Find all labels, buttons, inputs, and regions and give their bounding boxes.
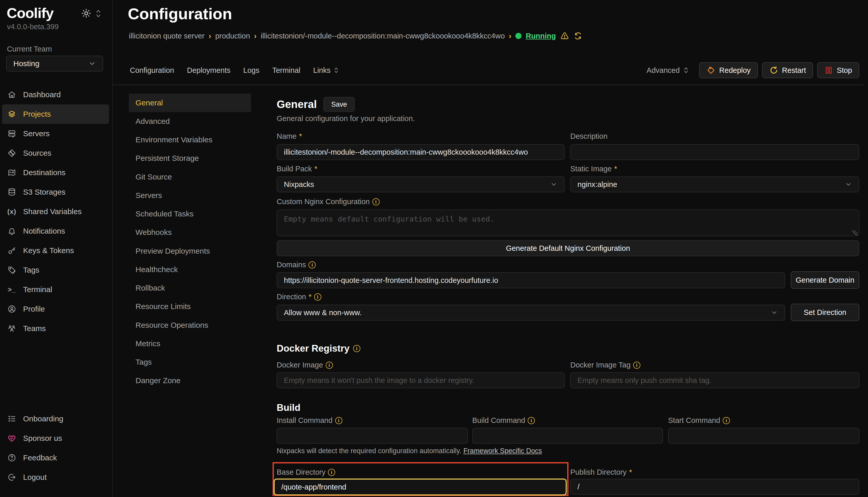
subnav-preview-deployments[interactable]: Preview Deployments bbox=[129, 242, 251, 260]
tab-deployments[interactable]: Deployments bbox=[187, 66, 231, 75]
database-icon bbox=[7, 187, 16, 197]
select-value: Allow www & non-www. bbox=[284, 309, 771, 317]
sidebar-item-onboarding[interactable]: Onboarding bbox=[2, 409, 109, 428]
base-directory-input[interactable] bbox=[274, 479, 567, 495]
warning-icon[interactable] bbox=[560, 31, 569, 41]
publish-directory-input[interactable] bbox=[570, 479, 859, 495]
note-text: Nixpacks will detect the required config… bbox=[277, 447, 461, 455]
breadcrumb-environment[interactable]: production bbox=[215, 32, 250, 40]
sidebar-item-keys-tokens[interactable]: Keys & Tokens bbox=[2, 241, 109, 260]
users-group-icon bbox=[7, 324, 16, 333]
label-text: Build Command bbox=[472, 416, 525, 425]
subnav-advanced[interactable]: Advanced bbox=[129, 112, 251, 130]
subnav-metrics[interactable]: Metrics bbox=[129, 335, 251, 353]
label-text: Static Image bbox=[570, 165, 611, 173]
set-direction-button[interactable]: Set Direction bbox=[791, 304, 859, 321]
breadcrumb-separator: › bbox=[509, 32, 511, 40]
sidebar-item-projects[interactable]: Projects bbox=[2, 104, 109, 124]
sidebar-item-dashboard[interactable]: Dashboard bbox=[2, 85, 109, 104]
tab-links[interactable]: Links bbox=[313, 66, 339, 75]
description-input[interactable] bbox=[570, 144, 859, 160]
app-version: v4.0.0-beta.399 bbox=[7, 23, 59, 31]
coolify-app: Coolify v4.0.0-beta.399 Current Team bbox=[0, 0, 868, 497]
restart-button[interactable]: Restart bbox=[762, 62, 813, 78]
sidebar-item-sources[interactable]: Sources bbox=[2, 143, 109, 163]
subnav-git-source[interactable]: Git Source bbox=[129, 168, 251, 186]
breadcrumb-project[interactable]: illicitonion quote server bbox=[129, 32, 205, 40]
sidebar-item-s3-storages[interactable]: S3 Storages bbox=[2, 182, 109, 202]
version-switcher[interactable] bbox=[94, 9, 103, 18]
sidebar-item-feedback[interactable]: Feedback bbox=[2, 448, 109, 468]
build-command-input[interactable] bbox=[472, 428, 663, 444]
checklist-icon bbox=[7, 414, 16, 423]
sidebar-item-shared-variables[interactable]: (x) Shared Variables bbox=[2, 202, 109, 221]
redeploy-button[interactable]: Redeploy bbox=[699, 62, 758, 78]
breadcrumb-separator: › bbox=[209, 32, 211, 40]
subnav-resource-limits[interactable]: Resource Limits bbox=[129, 297, 251, 316]
sidebar-item-destinations[interactable]: Destinations bbox=[2, 163, 109, 182]
sidebar-item-label: Logout bbox=[23, 473, 47, 482]
theme-toggle-button[interactable] bbox=[81, 8, 92, 19]
sidebar-item-tags[interactable]: Tags bbox=[2, 260, 109, 280]
layers-icon bbox=[7, 110, 16, 119]
breadcrumb-application[interactable]: illicitestonion/-module--decomposition:m… bbox=[261, 32, 505, 40]
docker-image-tag-input[interactable] bbox=[570, 372, 859, 388]
generate-domain-button[interactable]: Generate Domain bbox=[791, 271, 859, 289]
domains-input[interactable] bbox=[277, 272, 785, 288]
subnav-persistent-storage[interactable]: Persistent Storage bbox=[129, 149, 251, 168]
name-input[interactable] bbox=[277, 144, 565, 160]
sidebar-item-servers[interactable]: Servers bbox=[2, 124, 109, 143]
subnav-resource-operations[interactable]: Resource Operations bbox=[129, 316, 251, 335]
subnav-servers[interactable]: Servers bbox=[129, 186, 251, 205]
info-icon: i bbox=[314, 293, 321, 301]
build-pack-select[interactable]: Nixpacks bbox=[277, 176, 565, 192]
braces-x-icon: (x) bbox=[7, 207, 16, 216]
tab-terminal[interactable]: Terminal bbox=[272, 66, 301, 75]
subnav-general[interactable]: General bbox=[129, 94, 251, 112]
sidebar-item-terminal[interactable]: >_ Terminal bbox=[2, 280, 109, 299]
subnav-rollback[interactable]: Rollback bbox=[129, 279, 251, 297]
heart-hands-icon bbox=[7, 434, 16, 443]
subnav-environment-variables[interactable]: Environment Variables bbox=[129, 130, 251, 149]
status-running-link[interactable]: Running bbox=[526, 32, 556, 40]
custom-nginx-textarea[interactable] bbox=[277, 210, 859, 236]
sidebar-item-label: Teams bbox=[23, 324, 46, 333]
label-text: Start Command bbox=[668, 416, 720, 425]
stop-button[interactable]: Stop bbox=[817, 62, 859, 78]
sidebar: Coolify v4.0.0-beta.399 Current Team bbox=[0, 0, 112, 497]
start-command-input[interactable] bbox=[668, 428, 859, 444]
save-button[interactable]: Save bbox=[323, 97, 355, 112]
refresh-icon[interactable] bbox=[573, 31, 583, 41]
subnav-tags[interactable]: Tags bbox=[129, 353, 251, 371]
tab-logs[interactable]: Logs bbox=[243, 66, 260, 75]
docker-image-input[interactable] bbox=[277, 372, 565, 388]
direction-select[interactable]: Allow www & non-www. bbox=[277, 305, 785, 321]
tab-configuration[interactable]: Configuration bbox=[130, 66, 174, 75]
sidebar-item-label: Feedback bbox=[23, 453, 57, 462]
advanced-dropdown[interactable]: Advanced bbox=[647, 66, 689, 75]
sidebar-item-teams[interactable]: Teams bbox=[2, 319, 109, 338]
sidebar-item-label: Terminal bbox=[23, 285, 52, 294]
sidebar-item-sponsor-us[interactable]: Sponsor us bbox=[2, 428, 109, 448]
info-icon: i bbox=[308, 261, 316, 269]
chevron-updown-icon bbox=[683, 67, 689, 74]
header-divider bbox=[113, 85, 864, 85]
static-image-select[interactable]: nginx:alpine bbox=[570, 176, 859, 192]
description-label: Description bbox=[570, 132, 607, 141]
label-text: Name bbox=[277, 132, 297, 141]
sidebar-item-profile[interactable]: Profile bbox=[2, 299, 109, 319]
restart-label: Restart bbox=[782, 66, 806, 75]
resize-handle-icon[interactable] bbox=[852, 230, 858, 236]
team-select[interactable]: Hosting bbox=[6, 56, 103, 72]
framework-docs-link[interactable]: Framework Specific Docs bbox=[463, 447, 542, 455]
sidebar-item-notifications[interactable]: Notifications bbox=[2, 221, 109, 241]
subnav-webhooks[interactable]: Webhooks bbox=[129, 223, 251, 242]
docker-registry-heading: Docker Registry i bbox=[277, 343, 360, 354]
sidebar-item-logout[interactable]: Logout bbox=[2, 468, 109, 487]
subnav-healthcheck[interactable]: Healthcheck bbox=[129, 260, 251, 279]
sidebar-item-label: Profile bbox=[23, 305, 45, 313]
subnav-scheduled-tasks[interactable]: Scheduled Tasks bbox=[129, 205, 251, 223]
subnav-danger-zone[interactable]: Danger Zone bbox=[129, 371, 251, 390]
install-command-input[interactable] bbox=[277, 428, 468, 444]
generate-nginx-button[interactable]: Generate Default Nginx Configuration bbox=[277, 240, 859, 256]
